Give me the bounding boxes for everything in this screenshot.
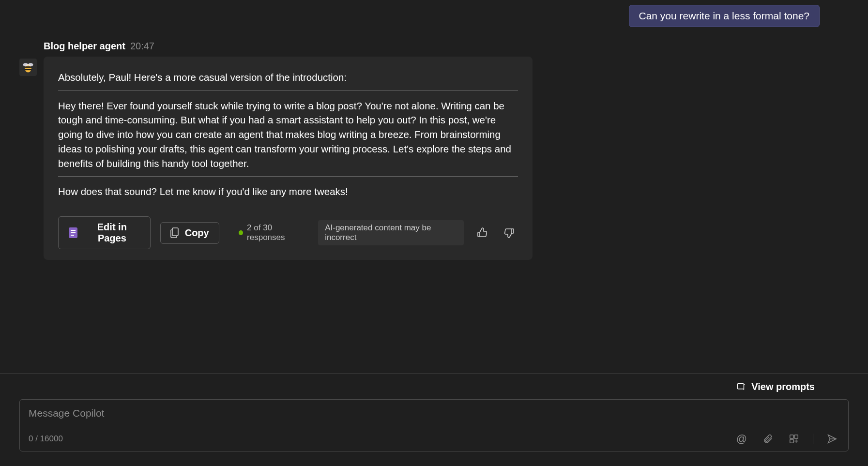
- send-button[interactable]: [825, 432, 839, 446]
- user-message-row: Can you rewrite in a less formal tone?: [19, 5, 849, 27]
- response-action-row: Edit in Pages Copy 2 of 30 responses AI-…: [58, 216, 518, 249]
- pages-icon: [68, 227, 78, 239]
- thumbs-down-icon: [503, 227, 515, 239]
- thumbs-down-button[interactable]: [501, 224, 518, 241]
- svg-rect-8: [71, 235, 74, 236]
- copy-icon: [170, 227, 179, 238]
- view-prompts-button[interactable]: View prompts: [736, 381, 815, 392]
- mention-button[interactable]: @: [734, 432, 749, 446]
- response-body: Hey there! Ever found yourself stuck whi…: [58, 99, 518, 171]
- svg-point-4: [28, 63, 33, 66]
- user-message-text: Can you rewrite in a less formal tone?: [639, 10, 810, 21]
- svg-rect-10: [790, 435, 793, 438]
- agent-message-row: Absolutely, Paul! Here's a more casual v…: [19, 57, 849, 260]
- attach-button[interactable]: [761, 432, 775, 446]
- thumbs-up-icon: [476, 227, 488, 239]
- edit-in-pages-label: Edit in Pages: [84, 222, 140, 244]
- response-outro: How does that sound? Let me know if you'…: [58, 184, 518, 199]
- message-input[interactable]: [29, 407, 839, 419]
- svg-point-3: [23, 63, 29, 66]
- character-count: 0 / 16000: [29, 434, 63, 444]
- responses-count: 2 of 30 responses: [239, 223, 309, 242]
- response-divider: [58, 176, 518, 177]
- apps-button[interactable]: [787, 432, 801, 446]
- status-dot-icon: [239, 230, 243, 235]
- edit-in-pages-button[interactable]: Edit in Pages: [58, 216, 151, 249]
- chat-scroll-area[interactable]: Can you rewrite in a less formal tone? B…: [0, 0, 868, 373]
- thumbs-up-button[interactable]: [473, 224, 491, 241]
- copy-button[interactable]: Copy: [160, 222, 219, 244]
- svg-rect-12: [790, 439, 793, 443]
- agent-name: Blog helper agent: [44, 41, 125, 52]
- agent-timestamp: 20:47: [130, 41, 154, 52]
- sparkle-book-icon: [736, 382, 746, 392]
- svg-rect-2: [25, 69, 31, 71]
- svg-rect-1: [25, 66, 31, 68]
- at-icon: @: [736, 434, 747, 444]
- responses-count-text: 2 of 30 responses: [247, 223, 308, 242]
- send-icon: [827, 434, 838, 444]
- response-intro: Absolutely, Paul! Here's a more casual v…: [58, 70, 518, 85]
- paperclip-icon: [762, 434, 773, 444]
- message-composer[interactable]: 0 / 16000 @: [19, 399, 849, 451]
- view-prompts-label: View prompts: [751, 381, 815, 392]
- bee-icon: [21, 60, 35, 74]
- svg-rect-7: [71, 232, 76, 233]
- apps-grid-icon: [789, 434, 799, 444]
- agent-message-header: Blog helper agent 20:47: [44, 41, 849, 52]
- svg-rect-11: [794, 435, 798, 438]
- svg-rect-6: [71, 230, 76, 231]
- copy-label: Copy: [185, 227, 209, 239]
- user-message-bubble: Can you rewrite in a less formal tone?: [629, 5, 820, 27]
- ai-disclaimer-badge: AI-generated content may be incorrect: [318, 220, 464, 245]
- composer-section: View prompts 0 / 16000 @: [0, 374, 868, 466]
- svg-rect-9: [172, 228, 178, 236]
- agent-avatar: [19, 59, 37, 76]
- agent-message-bubble: Absolutely, Paul! Here's a more casual v…: [44, 57, 533, 260]
- response-divider: [58, 90, 518, 91]
- composer-toolbar: @: [734, 432, 839, 446]
- toolbar-separator: [813, 434, 813, 444]
